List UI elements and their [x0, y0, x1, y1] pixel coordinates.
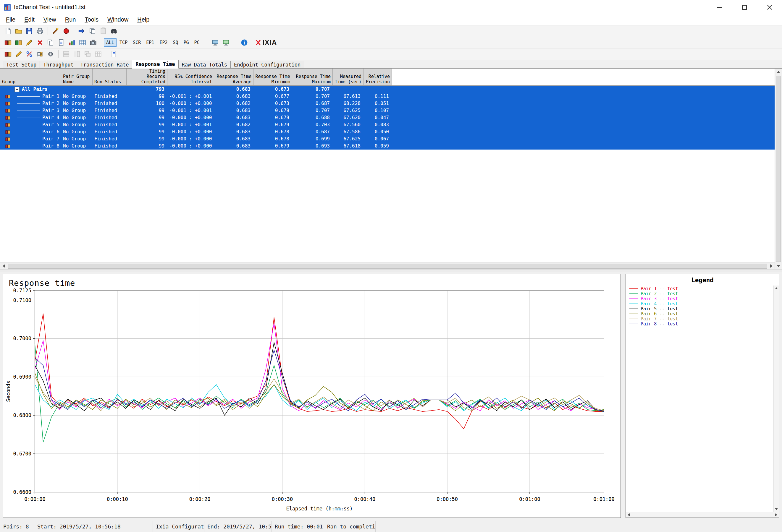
- cell-confidence: [167, 86, 214, 93]
- new-test-icon[interactable]: [3, 26, 13, 36]
- scroll-down-icon[interactable]: [774, 506, 779, 512]
- menu-run[interactable]: Run: [61, 15, 80, 25]
- tab-test-setup[interactable]: Test Setup: [3, 61, 40, 68]
- tab-raw-data-totals[interactable]: Raw Data Totals: [178, 61, 231, 68]
- abandon-run-icon[interactable]: [61, 26, 72, 36]
- table-row-pair-2[interactable]: Pair 2No GroupFinished100-0.000 : +0.000…: [0, 100, 775, 107]
- pane-splitter[interactable]: [0, 269, 782, 272]
- x-tick-label: 0:00:10: [107, 496, 128, 502]
- edit-group-icon[interactable]: [13, 49, 24, 59]
- tab-endpoint-configuration[interactable]: Endpoint Configuration: [230, 61, 304, 68]
- pair-name: Pair 3: [42, 107, 60, 114]
- protocol-tcp-button[interactable]: TCP: [117, 38, 130, 47]
- report-icon[interactable]: [109, 49, 119, 59]
- table-row-pair-7[interactable]: Pair 7No GroupFinished99-0.000 : +0.0000…: [0, 136, 775, 143]
- save-test-icon[interactable]: [24, 26, 35, 36]
- protocol-sq-button[interactable]: SQ: [170, 38, 180, 47]
- results-table: GroupPair GroupNameRun StatusTiming Reco…: [0, 69, 775, 269]
- scroll-up-icon[interactable]: [774, 286, 779, 291]
- add-pair-icon[interactable]: [3, 38, 13, 48]
- cell-precision: 0.107: [363, 107, 392, 114]
- pair-name: Pair 4: [42, 114, 60, 121]
- scroll-right-icon[interactable]: [774, 512, 779, 518]
- scroll-up-icon[interactable]: [775, 69, 782, 75]
- assign-weights-icon[interactable]: [24, 49, 35, 59]
- snapshot-icon[interactable]: [88, 38, 99, 48]
- close-button[interactable]: [757, 0, 782, 14]
- edit-script-icon[interactable]: [56, 38, 67, 48]
- tab-throughput[interactable]: Throughput: [40, 61, 77, 68]
- cell-rt_avg: 0.683: [214, 107, 253, 114]
- copy-icon[interactable]: [87, 26, 98, 36]
- legend-horizontal-scrollbar[interactable]: [626, 512, 779, 518]
- scroll-right-icon[interactable]: [768, 263, 775, 270]
- scroll-down-icon[interactable]: [775, 262, 782, 269]
- find-icon[interactable]: [109, 26, 119, 36]
- edit-pair-icon[interactable]: [24, 38, 35, 48]
- endpoint-properties-icon[interactable]: [221, 38, 231, 48]
- about-ixia-icon[interactable]: [239, 38, 250, 48]
- delete-pair-icon[interactable]: [35, 38, 45, 48]
- scroll-thumb[interactable]: [776, 76, 781, 262]
- legend-vertical-scrollbar[interactable]: [774, 286, 779, 512]
- cell-measured: 67.560: [333, 121, 363, 128]
- table-row-pair-4[interactable]: Pair 4No GroupFinished99-0.000 : +0.0000…: [0, 114, 775, 121]
- maximize-button[interactable]: [732, 0, 757, 14]
- table-row-pair-3[interactable]: Pair 3No GroupFinished99-0.001 : +0.0010…: [0, 107, 775, 114]
- app-icon: [4, 4, 11, 11]
- column-header-precision: RelativePrecision: [363, 69, 392, 86]
- tab-transaction-rate[interactable]: Transaction Rate: [77, 61, 133, 68]
- scroll-thumb[interactable]: [8, 264, 767, 269]
- legend-color-line: [629, 294, 638, 294]
- open-test-icon[interactable]: [13, 26, 24, 36]
- cell-pair_group_name: No Group: [61, 136, 93, 143]
- edit-run-options-icon[interactable]: [50, 26, 61, 36]
- menu-file[interactable]: File: [1, 15, 20, 25]
- minimize-button[interactable]: [707, 0, 732, 14]
- table-row-pair-1[interactable]: Pair 1No GroupFinished99-0.001 : +0.0010…: [0, 93, 775, 100]
- protocol-ep1-button[interactable]: EP1: [144, 38, 156, 47]
- scroll-left-icon[interactable]: [626, 512, 632, 518]
- protocol-pg-button[interactable]: PG: [181, 38, 191, 47]
- tab-response-time[interactable]: Response Time: [132, 60, 178, 69]
- table-row-all-pairs[interactable]: -All Pairs7930.6830.6730.707: [0, 86, 775, 93]
- scroll-left-icon[interactable]: [0, 263, 7, 270]
- menu-edit[interactable]: Edit: [20, 15, 39, 25]
- datagram-options-icon[interactable]: [77, 38, 88, 48]
- collapse-expander-icon[interactable]: -: [14, 87, 20, 92]
- menu-window[interactable]: Window: [103, 15, 133, 25]
- table-vertical-scrollbar[interactable]: [775, 69, 782, 269]
- cell-rt_max: 0.707: [292, 86, 333, 93]
- table-row-pair-6[interactable]: Pair 6No GroupFinished99-0.000 : +0.0000…: [0, 128, 775, 136]
- print-icon[interactable]: [35, 26, 45, 36]
- protocol-all-button[interactable]: ALL: [104, 38, 116, 47]
- replicate-pair-icon[interactable]: [45, 38, 56, 48]
- view-options-icon[interactable]: [67, 38, 77, 48]
- protocol-scr-button[interactable]: SCR: [131, 38, 143, 47]
- cell-confidence: -0.000 : +0.000: [167, 114, 214, 121]
- cell-measured: 67.586: [333, 128, 363, 136]
- menu-view[interactable]: View: [39, 15, 61, 25]
- table-horizontal-scrollbar[interactable]: [0, 262, 775, 269]
- cell-rt_min: 0.679: [253, 107, 292, 114]
- cell-measured: 67.625: [333, 136, 363, 143]
- menu-help[interactable]: Help: [133, 15, 154, 25]
- poll-endpoints-icon[interactable]: [210, 38, 221, 48]
- group-options-icon[interactable]: [45, 49, 56, 59]
- cell-group: -All Pairs: [0, 86, 61, 93]
- swap-endpoints-icon[interactable]: [77, 26, 87, 36]
- table-row-pair-8[interactable]: Pair 8No GroupFinished99-0.000 : +0.0000…: [0, 143, 775, 150]
- column-header-group: Group: [0, 69, 61, 86]
- cell-confidence: -0.000 : +0.000: [167, 143, 214, 150]
- protocol-ep2-button[interactable]: EP2: [157, 38, 170, 47]
- y-tick-label: 0.6900: [13, 374, 31, 380]
- menu-tools[interactable]: Tools: [80, 15, 103, 25]
- add-multicast-group-icon[interactable]: [13, 38, 24, 48]
- toolbar-separator: [58, 50, 59, 58]
- add-group-icon[interactable]: [3, 49, 13, 59]
- protocol-pc-button[interactable]: PC: [192, 38, 202, 47]
- table-row-pair-5[interactable]: Pair 5No GroupFinished99-0.001 : +0.0010…: [0, 121, 775, 128]
- arrange-windows-icon: [93, 49, 104, 59]
- group-tree-icon[interactable]: [35, 49, 45, 59]
- cell-rt_avg: 0.683: [214, 86, 253, 93]
